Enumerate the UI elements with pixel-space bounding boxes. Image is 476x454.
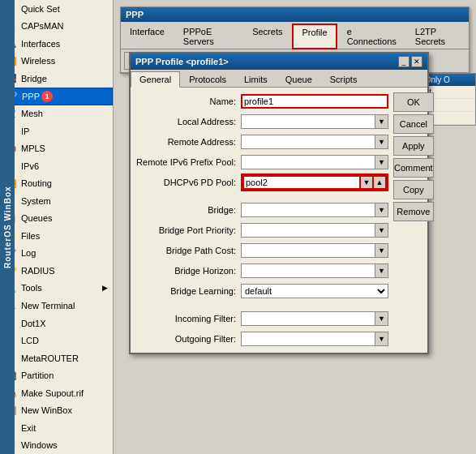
remote-address-dropdown-btn[interactable]: ▼ <box>375 135 388 149</box>
sidebar-item-label: RADIUS <box>21 266 55 276</box>
sidebar-item-bridge[interactable]: 🌉 Bridge <box>0 70 113 88</box>
sidebar-item-interfaces[interactable]: 🔌 Interfaces <box>0 35 113 53</box>
tab-secrets[interactable]: Secrets <box>243 24 291 49</box>
tab-pppoe-servers[interactable]: PPPoE Servers <box>174 24 242 49</box>
ppp-window: PPP Interface PPPoE Servers Secrets Prof… <box>120 6 470 74</box>
dialog-title-buttons: _ ✕ <box>398 56 422 67</box>
remote-address-label: Remote Address: <box>135 137 241 147</box>
incoming-filter-dropdown-btn[interactable]: ▼ <box>375 311 388 326</box>
comment-button[interactable]: Comment <box>393 158 434 178</box>
name-row: Name: <box>135 92 388 110</box>
sidebar-item-label: IPv6 <box>21 161 39 171</box>
dialog-title: PPP Profile <profile1> <box>135 57 229 66</box>
bridge-input[interactable] <box>241 203 375 217</box>
bridge-dropdown-btn[interactable]: ▼ <box>375 203 388 217</box>
sidebar-item-quick-set[interactable]: ⚡ Quick Set <box>0 0 113 18</box>
remote-address-input[interactable] <box>241 135 375 149</box>
dialog-tabs: General Protocols Limits Queue Scripts <box>131 70 427 88</box>
bridge-path-cost-input[interactable] <box>241 243 375 258</box>
dialog-tab-general[interactable]: General <box>131 71 180 88</box>
bridge-path-cost-row: Bridge Path Cost: ▼ <box>135 242 388 259</box>
sidebar-item-label: System <box>21 196 51 206</box>
dialog-tab-scripts[interactable]: Scripts <box>321 71 367 87</box>
sidebar-item-lcd[interactable]: 🖥 LCD <box>0 332 113 349</box>
bridge-label: Bridge: <box>135 205 241 215</box>
remote-ipv6-dropdown-btn[interactable]: ▼ <box>375 155 388 169</box>
sidebar-item-label: Windows <box>21 440 58 450</box>
dialog-close-button[interactable]: ✕ <box>411 56 422 67</box>
sidebar-item-label: PPP <box>22 92 40 101</box>
sidebar-item-label: Mesh <box>21 109 43 118</box>
sidebar: ⚡ Quick Set 📡 CAPsMAN 🔌 Interfaces 📶 Wir… <box>0 0 114 454</box>
bridge-row: Bridge: ▼ <box>135 201 388 219</box>
sidebar-item-label: Routing <box>21 178 52 188</box>
bridge-horizon-label: Bridge Horizon: <box>135 266 241 276</box>
tab-interface[interactable]: Interface <box>121 24 174 49</box>
sidebar-item-new-winbox[interactable]: 🪟 New WinBox <box>0 401 113 419</box>
sidebar-item-ip[interactable]: IP IP <box>0 122 113 140</box>
sidebar-item-mpls[interactable]: 📦 MPLS <box>0 140 113 158</box>
incoming-filter-container: ▼ <box>241 311 388 326</box>
dhcpv6-dropdown-btn[interactable]: ▼ <box>361 175 374 190</box>
ok-button[interactable]: OK <box>393 92 434 112</box>
sidebar-item-tools[interactable]: 🔧 Tools ▶ <box>0 280 113 298</box>
remote-ipv6-input[interactable] <box>241 155 375 169</box>
sidebar-item-exit[interactable]: 🚪 Exit <box>0 419 113 437</box>
sidebar-item-label: Partition <box>21 370 54 380</box>
sidebar-item-metarouter[interactable]: 🗂 MetaROUTER <box>0 349 113 367</box>
name-input[interactable] <box>241 94 388 109</box>
action-buttons: OK Cancel Apply Comment Copy Remove <box>393 92 434 348</box>
sidebar-item-queues[interactable]: 📋 Queues <box>0 210 113 228</box>
bridge-path-cost-dropdown-btn[interactable]: ▼ <box>375 243 388 258</box>
bridge-learning-container: default <box>241 284 388 298</box>
dhcpv6-up-btn[interactable]: ▲ <box>374 175 387 190</box>
sidebar-item-dot1x[interactable]: ● Dot1X <box>0 315 113 332</box>
sidebar-item-ppp[interactable]: 🔗 PPP 1 <box>0 88 113 105</box>
sidebar-item-mesh[interactable]: 🕸 Mesh <box>0 105 113 123</box>
bridge-path-cost-label: Bridge Path Cost: <box>135 246 241 255</box>
tab-pppoe-label: PPPoE Servers <box>183 27 214 46</box>
sidebar-item-capsman[interactable]: 📡 CAPsMAN <box>0 18 113 36</box>
sidebar-item-wireless[interactable]: 📶 Wireless <box>0 53 113 71</box>
sidebar-item-ipv6[interactable]: 6 IPv6 <box>0 157 113 175</box>
tab-l2tp-secrets[interactable]: L2TP Secrets <box>406 24 468 49</box>
bridge-horizon-input[interactable] <box>241 263 375 278</box>
sidebar-item-label: LCD <box>21 336 39 345</box>
sidebar-item-windows[interactable]: ☰ Windows <box>0 436 113 454</box>
ppp-titlebar: PPP <box>121 7 469 22</box>
sidebar-item-label: IP <box>21 126 29 136</box>
bridge-learning-row: Bridge Learning: default <box>135 282 388 300</box>
sidebar-item-system[interactable]: ⚙ System <box>0 192 113 210</box>
outgoing-filter-row: Outgoing Filter: ▼ <box>135 330 388 348</box>
dialog-tab-queue[interactable]: Queue <box>277 71 321 87</box>
outgoing-filter-input[interactable] <box>241 332 375 346</box>
dialog-tab-limits[interactable]: Limits <box>235 71 277 87</box>
sidebar-item-make-supout[interactable]: 📤 Make Supout.rif <box>0 384 113 402</box>
sidebar-item-new-terminal[interactable]: >_ New Terminal <box>0 297 113 315</box>
cancel-button[interactable]: Cancel <box>393 114 434 134</box>
sidebar-item-routing[interactable]: 🔀 Routing <box>0 175 113 193</box>
bridge-port-priority-input[interactable] <box>241 223 375 238</box>
bridge-port-priority-dropdown-btn[interactable]: ▼ <box>375 223 388 238</box>
sidebar-item-log[interactable]: 📝 Log <box>0 245 113 263</box>
local-address-input[interactable] <box>241 114 375 129</box>
dialog-minimize-button[interactable]: _ <box>398 56 410 67</box>
sidebar-item-radius[interactable]: 🔐 RADIUS <box>0 262 113 280</box>
copy-button[interactable]: Copy <box>393 180 434 199</box>
dialog-tab-protocols[interactable]: Protocols <box>180 71 235 87</box>
sidebar-item-label: New WinBox <box>21 405 72 415</box>
remove-button[interactable]: Remove <box>393 202 434 221</box>
bridge-learning-select[interactable]: default <box>241 284 388 298</box>
ppp-tabs: Interface PPPoE Servers Secrets Profile … <box>121 22 469 49</box>
sidebar-item-partition[interactable]: 💾 Partition <box>0 366 113 384</box>
incoming-filter-input[interactable] <box>241 311 375 326</box>
bridge-horizon-dropdown-btn[interactable]: ▼ <box>375 263 388 278</box>
sidebar-item-files[interactable]: 📁 Files <box>0 227 113 245</box>
dhcpv6-input[interactable] <box>242 175 361 190</box>
tab-profiles[interactable]: Profile <box>292 24 337 49</box>
local-address-dropdown-btn[interactable]: ▼ <box>375 114 388 129</box>
dhcpv6-row: DHCPv6 PD Pool: ▼ ▲ <box>135 173 388 191</box>
outgoing-filter-dropdown-btn[interactable]: ▼ <box>375 332 388 346</box>
tab-active-connections[interactable]: e Connections <box>338 24 405 49</box>
apply-button[interactable]: Apply <box>393 136 434 156</box>
